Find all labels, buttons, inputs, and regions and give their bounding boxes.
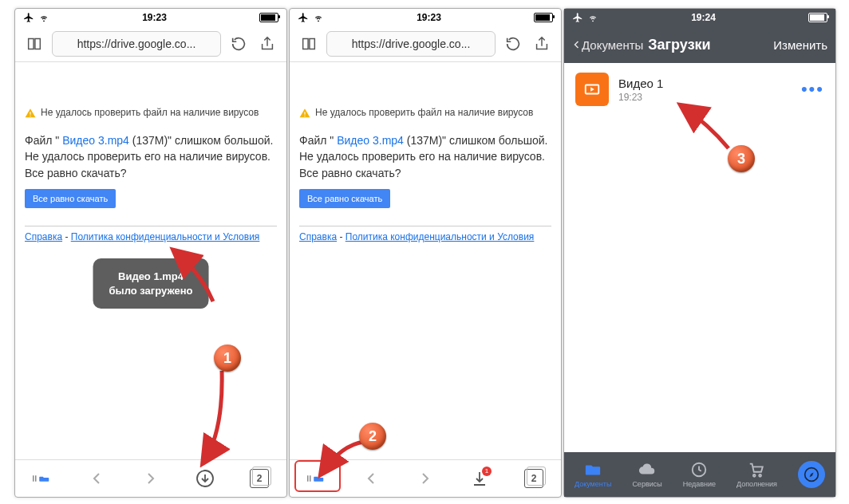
- status-time: 19:24: [691, 12, 716, 23]
- status-time: 19:23: [142, 12, 167, 23]
- step-badge-1: 1: [214, 345, 241, 372]
- svg-point-8: [760, 474, 762, 477]
- tab-documents[interactable]: Документы: [575, 461, 611, 488]
- sidebar-folder-button[interactable]: [29, 465, 56, 492]
- nav-bar: Документы Загрузки Изменить: [564, 26, 835, 63]
- share-icon[interactable]: [256, 33, 278, 55]
- reader-icon[interactable]: [298, 33, 320, 55]
- svg-rect-0: [33, 475, 34, 482]
- virus-warning-text: Не удалось проверить файл на наличие вир…: [41, 107, 259, 118]
- status-bar: 19:24: [564, 9, 835, 26]
- warning-icon: [25, 107, 36, 120]
- share-icon[interactable]: [531, 33, 553, 55]
- download-badge: 1: [482, 467, 492, 476]
- url-field[interactable]: https://drive.google.co...: [326, 31, 496, 57]
- tab-bar: Документы Сервисы Недавние Дополнения: [564, 452, 835, 497]
- browser-bar: https://drive.google.co...: [15, 26, 286, 62]
- sidebar-folder-button[interactable]: [303, 465, 330, 492]
- download-anyway-button[interactable]: Все равно скачать: [25, 189, 116, 208]
- status-time: 19:23: [417, 12, 441, 23]
- svg-rect-3: [307, 475, 309, 482]
- footer-links: Справка - Политика конфиденциальности и …: [25, 226, 277, 242]
- more-button[interactable]: •••: [801, 79, 824, 100]
- page-title: Загрузки: [648, 37, 710, 53]
- download-toast: Видео 1.mp4 было загружено: [93, 258, 209, 309]
- battery-icon: [808, 13, 827, 22]
- wifi-icon: [587, 12, 598, 23]
- file-link[interactable]: Видео 3.mp4: [59, 134, 129, 147]
- browser-bottom-bar: 2: [15, 459, 286, 497]
- step-badge-2: 2: [359, 423, 386, 450]
- reload-icon[interactable]: [502, 33, 524, 55]
- wifi-icon: [313, 12, 324, 23]
- svg-rect-4: [310, 475, 311, 482]
- download-anyway-button[interactable]: Все равно скачать: [299, 189, 390, 208]
- warning-icon: [299, 107, 310, 120]
- downloads-list: Видео 1 19:23 •••: [564, 63, 835, 452]
- back-label: Документы: [582, 38, 643, 52]
- back-button[interactable]: [357, 465, 385, 492]
- phone-3: 19:24 Документы Загрузки Изменить Видео …: [563, 8, 836, 498]
- tabs-button[interactable]: 2: [246, 465, 273, 492]
- file-name: Видео 1: [618, 77, 792, 90]
- page-content: Не удалось проверить файл на наличие вир…: [290, 62, 561, 459]
- edit-button[interactable]: Изменить: [773, 38, 827, 52]
- reload-icon[interactable]: [227, 33, 250, 55]
- file-row[interactable]: Видео 1 19:23 •••: [564, 63, 835, 116]
- airplane-icon: [572, 12, 583, 23]
- back-button[interactable]: [83, 465, 110, 492]
- toast-line-1: Видео 1.mp4: [109, 270, 193, 284]
- video-file-icon: [575, 73, 609, 106]
- downloads-button[interactable]: 1: [466, 465, 493, 492]
- file-link[interactable]: Видео 3.mp4: [334, 134, 404, 147]
- chevron-left-icon: [572, 38, 582, 51]
- help-link[interactable]: Справка: [299, 231, 337, 242]
- downloads-button[interactable]: [192, 465, 219, 492]
- svg-point-7: [753, 474, 756, 477]
- help-link[interactable]: Справка: [25, 231, 62, 242]
- step-badge-3: 3: [728, 145, 755, 172]
- back-button[interactable]: Документы: [572, 38, 643, 52]
- page-content: Не удалось проверить файл на наличие вир…: [15, 62, 286, 459]
- file-message: Файл " Видео 3.mp4 (137M)" слишком больш…: [299, 132, 551, 181]
- url-text: https://drive.google.co...: [77, 37, 196, 50]
- status-bar: 19:23: [290, 9, 561, 26]
- reader-icon[interactable]: [23, 33, 45, 55]
- url-field[interactable]: https://drive.google.co...: [52, 31, 221, 57]
- status-bar: 19:23: [15, 9, 286, 26]
- wifi-icon: [38, 12, 49, 23]
- phone-2: 19:23 https://drive.google.co... Не удал…: [289, 8, 562, 498]
- svg-rect-1: [35, 475, 37, 482]
- battery-icon: [534, 13, 553, 22]
- toast-line-2: было загружено: [109, 284, 193, 298]
- browser-bar: https://drive.google.co...: [290, 26, 561, 62]
- policy-link[interactable]: Политика конфиденциальности и Условия: [346, 231, 535, 242]
- airplane-icon: [23, 12, 34, 23]
- tab-services[interactable]: Сервисы: [632, 461, 661, 488]
- tab-recent[interactable]: Недавние: [683, 461, 716, 488]
- battery-icon: [259, 13, 278, 22]
- forward-button[interactable]: [137, 465, 164, 492]
- browser-bottom-bar: 1 2: [290, 459, 561, 497]
- phone-1: 19:23 https://drive.google.co... Не удал…: [14, 8, 287, 498]
- tab-addons[interactable]: Дополнения: [736, 461, 777, 488]
- airplane-icon: [298, 12, 309, 23]
- file-message: Файл " Видео 3.mp4 (137M)" слишком больш…: [25, 132, 277, 181]
- tabs-button[interactable]: 2: [520, 465, 547, 492]
- policy-link[interactable]: Политика конфиденциальности и Условия: [71, 231, 260, 242]
- browser-button[interactable]: [798, 461, 825, 488]
- forward-button[interactable]: [412, 465, 439, 492]
- file-time: 19:23: [618, 92, 792, 103]
